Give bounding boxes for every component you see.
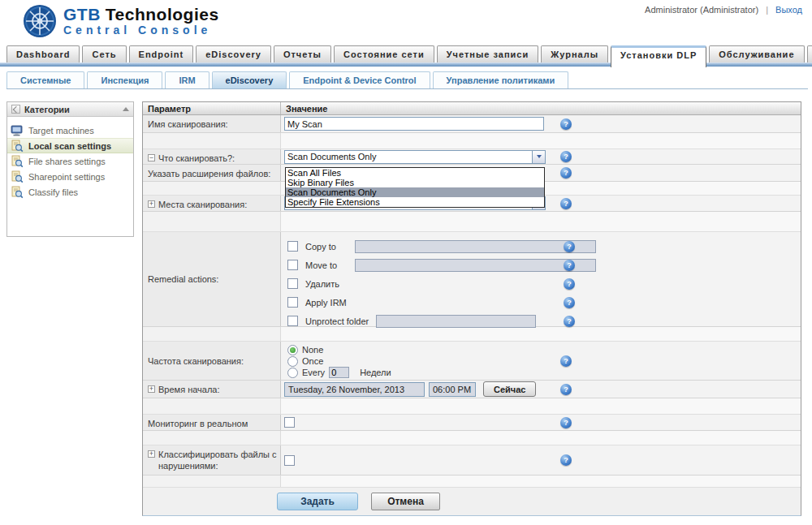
start-date-input[interactable]: [284, 382, 425, 397]
help-icon[interactable]: ?: [564, 316, 575, 327]
logout-link[interactable]: Выход: [775, 5, 802, 15]
option-scan-all-files[interactable]: Scan All Files: [286, 168, 544, 178]
start-time-input[interactable]: [429, 382, 476, 397]
expand-toggle-icon[interactable]: +: [148, 200, 155, 208]
tab-dlp-settings[interactable]: Установки DLP: [611, 45, 706, 67]
frequency-interval-input[interactable]: [329, 367, 349, 378]
row-start-time: + Время начала: Сейчас ?: [143, 381, 801, 398]
tab-reports[interactable]: Отчеты: [274, 45, 331, 62]
expand-toggle-icon[interactable]: +: [148, 385, 155, 393]
remedial-delete-row: Удалить ?: [284, 274, 801, 293]
sidebar-item-classify-files[interactable]: Classify files: [7, 184, 133, 200]
remedial-copy-to-row: Copy to ?: [284, 237, 801, 256]
help-icon[interactable]: ?: [564, 278, 575, 290]
column-header-value: Значение: [281, 102, 801, 114]
cancel-button[interactable]: Отмена: [371, 493, 440, 510]
remedial-unprotect-row: Unprotect folder ?: [284, 312, 801, 330]
sidebar-item-local-scan-settings[interactable]: Local scan settings: [7, 138, 133, 153]
spacer-row: [143, 212, 801, 232]
option-specify-file-extensions[interactable]: Specify File Extensions: [286, 197, 544, 207]
unprotect-folder-checkbox[interactable]: [287, 316, 298, 326]
help-icon[interactable]: ?: [560, 167, 572, 179]
copy-to-label: Copy to: [305, 242, 348, 252]
tab-endpoint[interactable]: Endpoint: [129, 45, 194, 62]
column-header-parameter: Параметр: [143, 102, 281, 114]
now-button[interactable]: Сейчас: [483, 381, 536, 397]
sidebar-item-target-machines[interactable]: Target machines: [7, 123, 133, 138]
delete-label: Удалить: [305, 279, 339, 289]
help-icon[interactable]: ?: [560, 355, 572, 367]
option-scan-documents-only[interactable]: Scan Documents Only: [286, 187, 544, 197]
computer-icon: [11, 124, 24, 137]
subtab-inspection[interactable]: Инспекция: [87, 71, 162, 88]
help-icon[interactable]: ?: [560, 454, 572, 466]
scan-settings-icon: [11, 170, 24, 183]
move-to-label: Move to: [305, 260, 348, 270]
frequency-every-row: Every Недели: [284, 367, 797, 378]
sidebar-item-label: Target machines: [28, 126, 94, 136]
page: GTBTechnologies Central Console Administ…: [0, 0, 812, 525]
tab-ediscovery[interactable]: eDiscovery: [196, 45, 271, 62]
expand-toggle-icon[interactable]: +: [148, 450, 155, 458]
tab-network-status[interactable]: Состояние сети: [334, 45, 434, 62]
tab-maintenance[interactable]: Обслуживание: [709, 45, 804, 62]
scan-name-input[interactable]: [284, 117, 544, 131]
row-remedial-actions: Remedial actions: Copy to ? Move to ? Уд…: [143, 232, 801, 327]
sidebar-item-sharepoint-settings[interactable]: Sharepoint settings: [7, 169, 133, 184]
apply-irm-checkbox[interactable]: [287, 297, 298, 308]
frequency-once-row: Once: [284, 355, 797, 367]
frequency-once-radio[interactable]: [287, 356, 298, 367]
copy-to-checkbox[interactable]: [287, 241, 298, 252]
dropdown-arrow-button[interactable]: [532, 151, 545, 163]
subtab-system[interactable]: Системные: [6, 71, 84, 88]
sub-tab-bar: Системные Инспекция IRM eDiscovery Endpo…: [6, 71, 808, 89]
realtime-monitoring-checkbox[interactable]: [284, 417, 295, 428]
help-icon[interactable]: ?: [560, 118, 572, 130]
copy-to-path-input[interactable]: [355, 240, 596, 253]
tab-network[interactable]: Сеть: [82, 45, 126, 62]
tab-dashboard[interactable]: Dashboard: [6, 45, 80, 62]
delete-checkbox[interactable]: [287, 278, 298, 289]
what-to-scan-select[interactable]: Scan Documents Only Scan All Files Skip …: [284, 150, 546, 164]
remedial-apply-irm-row: Apply IRM ?: [284, 293, 801, 312]
subtab-endpoint-device-control[interactable]: Endpoint & Device Control: [289, 71, 430, 88]
brand-gtb: GTB: [63, 5, 101, 24]
classify-files-checkbox[interactable]: [284, 455, 295, 466]
file-extensions-label: Указать расширения файлов:: [143, 165, 281, 181]
sidebar-item-file-shares-settings[interactable]: File shares settings: [7, 153, 133, 169]
sidebar-item-label: Sharepoint settings: [28, 172, 105, 182]
help-icon[interactable]: ?: [564, 241, 575, 252]
tab-help[interactable]: Помощь: [807, 45, 812, 62]
help-icon[interactable]: ?: [560, 417, 572, 428]
collapse-panel-arrow-icon[interactable]: [123, 107, 129, 111]
move-to-checkbox[interactable]: [287, 260, 298, 270]
categories-list: Target machines Local scan settings File…: [7, 117, 133, 200]
help-icon[interactable]: ?: [560, 151, 572, 162]
submit-button[interactable]: Задать: [277, 493, 358, 510]
tab-accounts[interactable]: Учетные записи: [437, 45, 539, 62]
tab-journals[interactable]: Журналы: [541, 45, 608, 62]
row-what-to-scan: − Что сканировать?: Scan Documents Only …: [143, 149, 801, 165]
categories-title: Категории: [24, 105, 70, 114]
subtab-irm[interactable]: IRM: [165, 71, 209, 88]
help-icon[interactable]: ?: [560, 198, 572, 209]
start-time-label: Время начала:: [158, 384, 220, 395]
scan-settings-icon: [11, 186, 24, 199]
help-icon[interactable]: ?: [564, 297, 575, 308]
option-skip-binary-files[interactable]: Skip Binary Files: [286, 178, 544, 187]
subtab-ediscovery[interactable]: eDiscovery: [212, 71, 287, 88]
collapse-toggle-icon[interactable]: −: [148, 154, 155, 161]
frequency-none-radio[interactable]: [287, 345, 298, 355]
remedial-actions-label: Remedial actions:: [143, 232, 281, 326]
subtab-policy-management[interactable]: Управление политиками: [433, 71, 569, 88]
separator: |: [766, 5, 768, 15]
move-to-path-input[interactable]: [355, 259, 596, 272]
help-icon[interactable]: ?: [564, 260, 575, 271]
help-icon[interactable]: ?: [560, 384, 572, 395]
scan-locations-label: Места сканирования:: [158, 199, 247, 210]
sidebar-item-label: File shares settings: [28, 157, 106, 166]
scan-settings-icon: [11, 155, 24, 168]
unprotect-folder-input[interactable]: [376, 315, 536, 328]
row-realtime-monitoring: Мониторинг в реальном времени: ?: [143, 415, 801, 431]
frequency-every-radio[interactable]: [287, 368, 298, 378]
